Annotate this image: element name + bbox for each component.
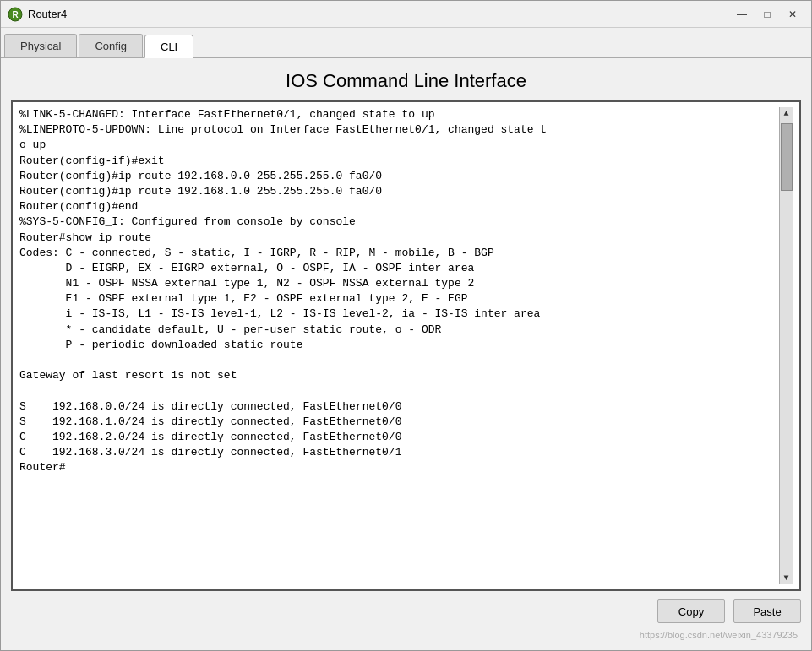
terminal[interactable]: %LINK-5-CHANGED: Interface FastEthernet0… <box>11 100 801 591</box>
title-bar-left: R Router4 <box>8 7 67 22</box>
minimize-button[interactable]: — <box>730 5 754 24</box>
scrollbar-thumb[interactable] <box>781 123 793 191</box>
page-title: IOS Command Line Interface <box>1 58 811 100</box>
title-bar: R Router4 — □ ✕ <box>1 1 811 28</box>
tab-cli[interactable]: CLI <box>144 35 193 58</box>
terminal-content[interactable]: %LINK-5-CHANGED: Interface FastEthernet0… <box>19 107 779 584</box>
close-button[interactable]: ✕ <box>781 5 804 24</box>
window-title: Router4 <box>28 8 67 20</box>
watermark: https://blog.csdn.net/weixin_43379235 <box>11 628 801 643</box>
tab-physical[interactable]: Physical <box>4 34 77 57</box>
scroll-up-arrow[interactable]: ▲ <box>782 107 790 120</box>
scroll-down-arrow[interactable]: ▼ <box>782 572 790 584</box>
tab-bar: Physical Config CLI <box>1 28 811 58</box>
copy-button[interactable]: Copy <box>657 599 725 623</box>
svg-text:R: R <box>12 10 19 19</box>
router-icon: R <box>8 7 23 22</box>
main-window: R Router4 — □ ✕ Physical Config CLI IOS … <box>0 0 812 651</box>
tab-config[interactable]: Config <box>79 34 143 57</box>
button-bar: Copy Paste <box>11 591 801 628</box>
content-area: %LINK-5-CHANGED: Interface FastEthernet0… <box>1 100 811 650</box>
scrollbar[interactable]: ▲ ▼ <box>779 107 793 584</box>
title-bar-controls: — □ ✕ <box>730 5 804 24</box>
maximize-button[interactable]: □ <box>755 5 779 24</box>
paste-button[interactable]: Paste <box>733 599 801 623</box>
